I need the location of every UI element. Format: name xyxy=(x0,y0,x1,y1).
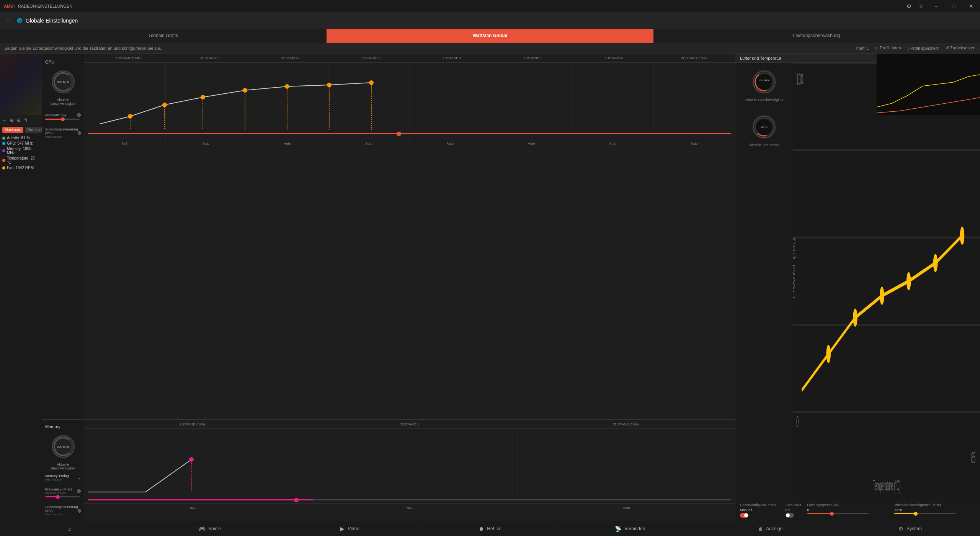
gpu-spannung-row: Spannungssteuerung (mV) Automatisch xyxy=(45,127,81,138)
left-sidebar: ← ⊕ ⊖ ↰ Maximum Durchschnitt Activity: 6… xyxy=(0,54,42,521)
gpu-state-0: ZUSTAND 0 Min. xyxy=(88,54,169,62)
wattman-preview-svg xyxy=(877,54,980,115)
gpu-val-3: Auto xyxy=(328,139,410,147)
taskbar-verbinden[interactable]: 📡 Verbinden xyxy=(560,521,700,536)
gpu-section-label: GPU xyxy=(45,60,54,64)
fan-zero-rpm-label: Zero RPM xyxy=(786,503,801,507)
memory-timing-dropdown[interactable]: Memory Timing Automatisch ⌄ xyxy=(45,474,81,481)
fan-point-3[interactable] xyxy=(880,287,884,305)
fan-point-1[interactable] xyxy=(826,345,831,363)
settings-icon-btn[interactable]: ⚙ xyxy=(903,0,915,12)
spiele-label: Spiele xyxy=(208,526,221,531)
svg-text:PWM (%): PWM (%) xyxy=(793,237,796,300)
taskbar-video[interactable]: ▶ Video xyxy=(280,521,420,536)
back-button[interactable]: ← xyxy=(6,17,12,24)
memory-curve-chart xyxy=(84,429,735,496)
close-button[interactable]: ✕ xyxy=(962,0,980,12)
preview-back-icon[interactable]: ← xyxy=(2,117,7,123)
memory-slider-thumb[interactable] xyxy=(294,498,299,502)
memory-freq-toggle[interactable] xyxy=(77,489,81,493)
preview-fullscreen-icon[interactable]: ↰ xyxy=(24,117,28,123)
temperature-label: Temperature: 26 °C xyxy=(7,156,39,165)
fan-pwm-chart-svg: 100 0 85 PWM (%) Temperature (°C) xyxy=(793,63,980,500)
memory-state-headers: ZUSTAND 0 Min. ZUSTAND 1 ZUSTAND 2 Max. xyxy=(84,420,735,429)
fan-point-2[interactable] xyxy=(853,308,858,327)
zurucksetzen-button[interactable]: ↺ Zurücksetzen xyxy=(946,46,975,51)
gpu-curve-chart xyxy=(84,63,735,130)
temp-dial-svg: 26 °C xyxy=(754,114,774,140)
preview-zoom-icon[interactable]: ⊕ xyxy=(10,117,14,123)
maximum-button[interactable]: Maximum xyxy=(2,127,23,133)
star-icon-btn[interactable]: ☆ xyxy=(915,0,927,12)
gpu-val-2: Auto xyxy=(247,139,328,147)
mode-buttons: Maximum Durchschnitt xyxy=(0,127,42,133)
rpm-label: Aktuelle Geschwindigkeit xyxy=(745,98,783,102)
tab-leistungsuberwachung[interactable]: Leistungsüberwachung xyxy=(653,29,980,43)
svg-text:Temperature (°C): Temperature (°C) xyxy=(873,477,901,494)
profil-laden-button[interactable]: ⊕ Profil laden xyxy=(875,46,901,51)
taskbar-anzeige[interactable]: 🖥 Anzeige xyxy=(700,521,840,536)
mehr-link[interactable]: mehr... xyxy=(856,46,869,51)
gpu-left-panel: GPU 300 MHz Aktuelle Geschwindigkeit Fre… xyxy=(42,54,84,419)
fan-point-6[interactable] xyxy=(960,226,965,245)
gpu-frequenz-toggle[interactable] xyxy=(77,113,81,117)
maximize-button[interactable]: □ xyxy=(945,0,962,12)
gpu-frequenz-label: Frequenz (%) xyxy=(45,113,66,117)
leistung-slider-thumb[interactable] xyxy=(830,512,834,516)
fan-point-4[interactable] xyxy=(906,272,911,290)
titlebar: AMD! RADEON-EINSTELLUNGEN ⚙ ☆ − □ ✕ xyxy=(0,0,980,12)
minimale-slider-thumb[interactable] xyxy=(914,512,918,516)
main-content: ← ⊕ ⊖ ↰ Maximum Durchschnitt Activity: 6… xyxy=(0,54,980,521)
fan-point-5[interactable] xyxy=(933,254,938,272)
taskbar-spiele[interactable]: 🎮 Spiele xyxy=(140,521,280,536)
gpu-curve-line xyxy=(100,83,371,124)
fan-leistung-control: Leistungsgrenze (%) 0 xyxy=(807,503,889,518)
rpm-dial-svg: 1341 RPM xyxy=(754,68,774,95)
gpu-freq-thumb[interactable] xyxy=(397,132,401,136)
memory-val-0: N/A xyxy=(84,504,301,512)
stat-fan: Fan: 1342 RPM xyxy=(2,166,39,170)
memory-timing-labels: Memory Timing Automatisch xyxy=(45,474,69,481)
memory-spannung-label: Spannungssteuerung (mV) xyxy=(45,505,78,513)
leistung-slider-track[interactable] xyxy=(807,513,869,514)
taskbar-relive[interactable]: ⏺ ReLive xyxy=(420,521,560,536)
fan-zero-rpm-toggle[interactable] xyxy=(786,513,794,518)
toolbar: Zeigen Sie die Lüftergeschwindigkeit und… xyxy=(0,43,980,54)
gpu-dot xyxy=(2,142,5,145)
gpu-val-7: Auto xyxy=(654,139,735,147)
fan-zero-rpm-sublabel: Ein xyxy=(786,508,801,512)
memory-state-2: ZUSTAND 2 Max. xyxy=(518,420,735,428)
gpu-state-5: ZUSTAND 5 xyxy=(492,54,573,62)
rpm-dial: 1341 RPM xyxy=(753,70,776,93)
gpu-frequenz-slider[interactable] xyxy=(45,119,80,120)
gpu-speed-label: Aktuelle Geschwindigkeit xyxy=(45,98,81,106)
gpu-section: GPU 300 MHz Aktuelle Geschwindigkeit Fre… xyxy=(42,54,735,419)
gpu-freq-slider-track[interactable] xyxy=(88,133,731,134)
memory-spannung-toggle[interactable] xyxy=(78,509,81,513)
memory-slider-track[interactable] xyxy=(88,499,731,500)
center-area: GPU 300 MHz Aktuelle Geschwindigkeit Fre… xyxy=(42,54,735,521)
minimize-button[interactable]: − xyxy=(927,0,945,12)
minimale-slider-track[interactable] xyxy=(894,513,956,514)
profil-speichern-button[interactable]: ↕ Profil speichern xyxy=(907,46,939,51)
relive-label: ReLive xyxy=(487,526,501,531)
stat-activity: Activity: 61 % xyxy=(2,136,39,140)
gpu-spannung-container: Spannungssteuerung (mV) Automatisch xyxy=(45,124,81,138)
home-icon: ⌂ xyxy=(68,526,71,532)
gpu-spannung-toggle[interactable] xyxy=(78,131,81,135)
toolbar-actions: mehr... ⊕ Profil laden ↕ Profil speicher… xyxy=(856,46,975,51)
gpu-dial: 300 MHz xyxy=(52,70,75,93)
gpu-state-4: ZUSTAND 4 xyxy=(412,54,492,62)
svg-text:300 MHz: 300 MHz xyxy=(57,445,69,448)
tab-wattman-global[interactable]: WattMan Global xyxy=(327,29,653,43)
fan-speed-toggle[interactable] xyxy=(740,513,748,518)
memory-freq-slider[interactable] xyxy=(45,496,80,497)
taskbar-home[interactable]: ⌂ xyxy=(0,521,140,536)
svg-text:85: 85 xyxy=(971,448,976,467)
verbinden-icon: 📡 xyxy=(615,526,621,532)
taskbar-system[interactable]: ⚙ System xyxy=(840,521,980,536)
preview-pan-icon[interactable]: ⊖ xyxy=(17,117,21,123)
tab-navigation: Globale Grafik WattMan Global Leistungsü… xyxy=(0,29,980,43)
chevron-down-icon: ⌄ xyxy=(78,476,81,480)
tab-globale-grafik[interactable]: Globale Grafik xyxy=(0,29,327,43)
